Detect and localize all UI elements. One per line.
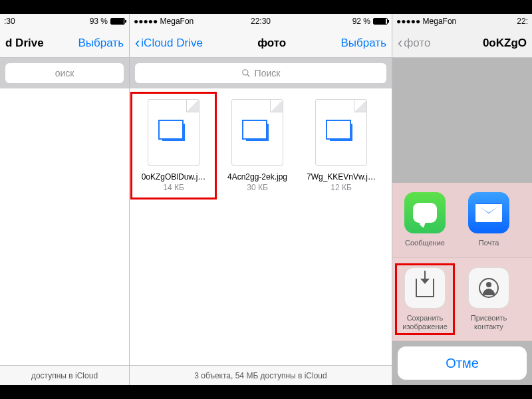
mail-icon xyxy=(468,192,509,233)
file-item[interactable]: 0oKZgOBlDuw.j… 14 КБ xyxy=(134,95,213,196)
search-bar: Поиск xyxy=(130,58,392,88)
footer-status: доступны в iCloud xyxy=(0,365,129,385)
select-button[interactable]: Выбрать xyxy=(341,37,386,50)
battery-icon xyxy=(373,18,388,25)
select-button[interactable]: Выбрать xyxy=(78,37,124,50)
action-label: Присвоить контакту xyxy=(463,314,515,331)
status-time: 22: xyxy=(462,17,528,26)
action-label: Сохранить изображение xyxy=(399,314,451,331)
status-bar: ●●●●● MegaFon 22: xyxy=(392,14,532,29)
save-image-icon xyxy=(404,267,446,309)
carrier: ●●●●● MegaFon xyxy=(396,17,462,26)
file-icon xyxy=(315,99,367,166)
file-icon xyxy=(231,99,283,166)
messages-icon xyxy=(404,192,446,233)
back-label: iCloud Drive xyxy=(141,37,203,50)
share-label: Сообщение xyxy=(405,239,445,247)
carrier: ●●●●● MegaFon xyxy=(134,17,218,26)
cancel-button[interactable]: Отме xyxy=(398,346,527,380)
battery-icon xyxy=(110,18,125,25)
share-mail[interactable]: Почта xyxy=(463,192,515,247)
file-name: 0oKZgOBlDuw.j… xyxy=(142,172,206,182)
nav-title: d Drive xyxy=(5,37,78,50)
nav-title: 0oKZgO xyxy=(430,37,527,50)
search-input[interactable]: Поиск xyxy=(135,63,386,83)
chevron-left-icon: ‹ xyxy=(398,36,402,51)
nav-bar: ‹ фото 0oKZgO xyxy=(392,29,532,58)
file-icon xyxy=(148,99,200,166)
chevron-left-icon: ‹ xyxy=(135,36,140,51)
contact-icon xyxy=(468,267,509,309)
share-sheet: Сообщение Почта Сохранить изображение Пр… xyxy=(392,183,532,385)
status-bar: :30 93 % xyxy=(0,14,129,29)
action-save-image[interactable]: Сохранить изображение xyxy=(399,267,451,331)
file-item[interactable]: 7Wg_KKEVnVw.j… 12 КБ xyxy=(301,95,381,196)
pane-share-sheet: ●●●●● MegaFon 22: ‹ фото 0oKZgO Сообщени… xyxy=(392,14,532,385)
search-bar: оиск xyxy=(0,58,129,88)
search-icon xyxy=(241,68,251,78)
svg-point-0 xyxy=(242,70,247,75)
battery-text: 92 % xyxy=(352,17,370,26)
share-apps-row: Сообщение Почта xyxy=(392,183,532,257)
back-button[interactable]: ‹ фото xyxy=(398,36,430,51)
svg-line-1 xyxy=(247,74,249,77)
file-item[interactable]: 4Acn2gg-2ek.jpg 30 КБ xyxy=(217,95,297,196)
status-bar: ●●●●● MegaFon 22:30 92 % xyxy=(130,14,392,29)
footer-status: 3 объекта, 54 МБ доступны в iCloud xyxy=(130,365,392,385)
action-assign-contact[interactable]: Присвоить контакту xyxy=(463,267,515,331)
nav-bar: d Drive Выбрать xyxy=(0,29,129,58)
share-label: Почта xyxy=(479,239,499,247)
file-grid xyxy=(0,88,129,365)
file-size: 30 КБ xyxy=(247,183,268,192)
file-name: 7Wg_KKEVnVw.j… xyxy=(307,172,376,182)
status-time: 22:30 xyxy=(218,17,303,26)
file-size: 14 КБ xyxy=(163,183,184,192)
pane-icloud-root: :30 93 % d Drive Выбрать оиск доступны в… xyxy=(0,14,130,385)
file-name: 4Acn2gg-2ek.jpg xyxy=(227,172,287,182)
nav-bar: ‹ iCloud Drive фото Выбрать xyxy=(130,29,392,58)
search-input[interactable]: оиск xyxy=(5,63,124,83)
back-label: фото xyxy=(404,37,430,50)
search-placeholder: Поиск xyxy=(255,68,281,78)
pane-folder-photo: ●●●●● MegaFon 22:30 92 % ‹ iCloud Drive … xyxy=(130,14,392,385)
status-time-partial: :30 xyxy=(4,17,65,26)
file-grid: 0oKZgOBlDuw.j… 14 КБ 4Acn2gg-2ek.jpg 30 … xyxy=(130,88,392,365)
battery-text: 93 % xyxy=(90,17,108,26)
nav-title: фото xyxy=(203,37,341,50)
back-button[interactable]: ‹ iCloud Drive xyxy=(135,36,203,51)
search-placeholder: оиск xyxy=(55,68,74,78)
file-size: 12 КБ xyxy=(331,183,352,192)
share-actions-row: Сохранить изображение Присвоить контакту xyxy=(392,258,532,341)
share-messages[interactable]: Сообщение xyxy=(399,192,451,247)
